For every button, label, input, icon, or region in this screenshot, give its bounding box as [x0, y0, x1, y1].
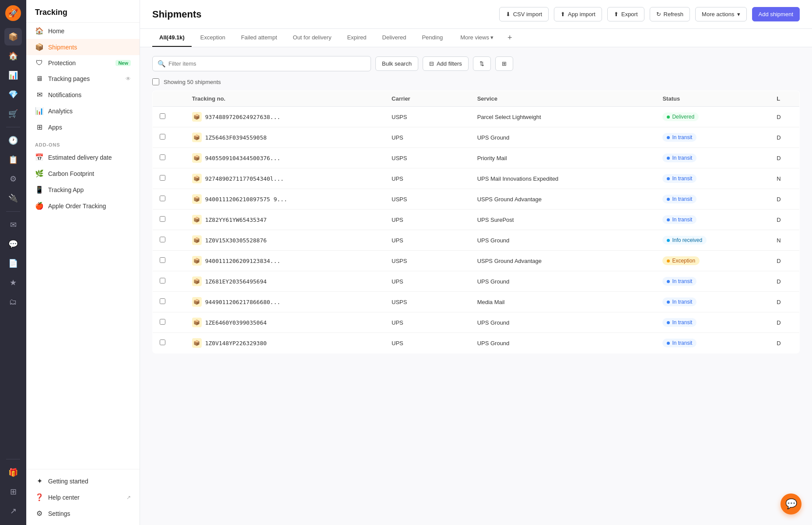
nav-item-tracking-pages[interactable]: 🖥 Tracking pages 👁 — [26, 71, 140, 87]
row-last-cell: D — [770, 148, 799, 168]
nav-item-carbon[interactable]: 🌿 Carbon Footprint — [26, 165, 140, 182]
status-dot — [667, 239, 670, 242]
csv-import-button[interactable]: ⬇ CSV import — [499, 7, 549, 21]
sidebar-icon-settings[interactable]: ⚙ — [4, 170, 22, 188]
sidebar-icon-star[interactable]: ★ — [4, 274, 22, 291]
sidebar-icon-history[interactable]: 🕐 — [4, 132, 22, 149]
row-checkbox-10[interactable] — [160, 319, 165, 325]
tracking-number[interactable]: 9274890271177054340l... — [205, 175, 284, 182]
status-dot — [667, 198, 670, 201]
nav-item-settings[interactable]: ⚙ Settings — [26, 505, 140, 522]
sidebar-icon-grid[interactable]: ⊞ — [4, 483, 22, 500]
tracking-number[interactable]: 9374889720624927638... — [205, 114, 280, 120]
row-checkbox-9[interactable] — [160, 298, 165, 304]
nav-item-apps[interactable]: ⊞ Apps — [26, 119, 140, 135]
search-input[interactable] — [152, 56, 371, 71]
tracking-number[interactable]: 1ZE6460Y0399035064 — [205, 319, 267, 326]
row-carrier-cell: USPS — [385, 251, 470, 271]
row-status-cell: In transit — [655, 312, 770, 333]
row-tracking-cell: 📦 1Z0V148YP226329380 — [185, 333, 385, 354]
shipments-table: Tracking no. Carrier Service Status L 📦 … — [152, 91, 800, 354]
row-checkbox-0[interactable] — [160, 113, 165, 119]
sidebar-icon-card[interactable]: 🗂 — [4, 293, 22, 311]
tracking-number[interactable]: 1Z82YY61YW65435347 — [205, 217, 267, 223]
row-checkbox-8[interactable] — [160, 278, 165, 284]
status-dot — [667, 342, 670, 345]
sort-button[interactable]: ⇅ — [473, 56, 491, 71]
tab-more-views[interactable]: More views ▾ — [453, 29, 500, 47]
tab-expired[interactable]: Expired — [340, 29, 373, 47]
refresh-button[interactable]: ↻ Refresh — [650, 7, 690, 21]
bulk-search-button[interactable]: Bulk search — [375, 56, 418, 71]
add-shipment-button[interactable]: Add shipment — [752, 7, 800, 21]
columns-button[interactable]: ⊞ — [495, 56, 513, 71]
row-checkbox-11[interactable] — [160, 340, 165, 345]
row-checkbox-3[interactable] — [160, 175, 165, 181]
export-icon: ⬆ — [614, 11, 619, 18]
tracking-number[interactable]: 9405509104344500376... — [205, 155, 280, 161]
row-tracking-cell: 📦 9400111206210897575 9... — [185, 189, 385, 210]
sidebar-icon-email[interactable]: ✉ — [4, 216, 22, 234]
status-badge: In transit — [662, 154, 696, 162]
add-tab-button[interactable]: + — [504, 30, 516, 46]
row-checkbox-6[interactable] — [160, 237, 165, 242]
row-checkbox-cell — [153, 189, 185, 210]
nav-item-home[interactable]: 🏠 Home — [26, 23, 140, 39]
nav-item-getting-started[interactable]: ✦ Getting started — [26, 473, 140, 489]
status-label: In transit — [672, 299, 692, 305]
tab-delivered[interactable]: Delivered — [375, 29, 413, 47]
tracking-number[interactable]: 1Z681EY20356495694 — [205, 278, 267, 285]
app-import-button[interactable]: ⬆ App import — [554, 7, 602, 21]
nav-item-protection[interactable]: 🛡 Protection New — [26, 55, 140, 71]
nav-item-apple-tracking[interactable]: 🍎 Apple Order Tracking — [26, 198, 140, 214]
sidebar-bottom: 🎁 ⊞ ↗ — [4, 456, 22, 520]
tab-failed-attempt[interactable]: Failed attempt — [234, 29, 284, 47]
showing-row: Showing 50 shipments — [152, 78, 800, 85]
row-checkbox-7[interactable] — [160, 257, 165, 263]
row-checkbox-2[interactable] — [160, 154, 165, 160]
tracking-number[interactable]: 1Z0V15X30305528876 — [205, 237, 267, 244]
sidebar-icon-chat[interactable]: 💬 — [4, 235, 22, 253]
more-actions-button[interactable]: More actions ▾ — [695, 7, 746, 21]
nav-item-tracking-app[interactable]: 📱 Tracking App — [26, 182, 140, 198]
export-button[interactable]: ⬆ Export — [607, 7, 644, 21]
row-service-cell: UPS Ground — [470, 127, 656, 148]
nav-item-edd[interactable]: 📅 Estimated delivery date — [26, 149, 140, 165]
tracking-number[interactable]: 9400111206210897575 9... — [205, 196, 287, 203]
sidebar-icon-expand[interactable]: ↗ — [4, 502, 22, 520]
tracking-number[interactable]: 1Z0V148YP226329380 — [205, 340, 267, 346]
tracking-number[interactable]: 9449011206217866680... — [205, 299, 280, 305]
tracking-number[interactable]: 9400111206209123834... — [205, 258, 280, 264]
tab-exception[interactable]: Exception — [193, 29, 232, 47]
tracking-icon: 📦 — [192, 174, 202, 183]
tracking-icon: 📦 — [192, 297, 202, 307]
nav-item-shipments[interactable]: 📦 Shipments — [26, 39, 140, 55]
sidebar-icon-gift[interactable]: 🎁 — [4, 464, 22, 481]
nav-item-notifications[interactable]: ✉ Notifications — [26, 87, 140, 103]
brand-logo[interactable]: 🚀 — [5, 5, 21, 21]
tab-out-for-delivery[interactable]: Out for delivery — [286, 29, 338, 47]
row-checkbox-cell — [153, 148, 185, 168]
sidebar-icon-integrations[interactable]: 💎 — [4, 86, 22, 103]
row-carrier-cell: UPS — [385, 271, 470, 292]
row-checkbox-cell — [153, 271, 185, 292]
nav-item-analytics[interactable]: 📊 Analytics — [26, 103, 140, 119]
select-all-checkbox[interactable] — [152, 78, 159, 85]
sidebar-icon-reports[interactable]: 📋 — [4, 151, 22, 168]
row-checkbox-1[interactable] — [160, 134, 165, 140]
tab-pending[interactable]: Pending — [415, 29, 450, 47]
row-checkbox-4[interactable] — [160, 196, 165, 201]
sidebar-icon-tracking[interactable]: 📦 — [4, 28, 22, 46]
tracking-icon: 📦 — [192, 153, 202, 163]
sidebar-icon-plugins[interactable]: 🔌 — [4, 189, 22, 207]
sidebar-icon-home[interactable]: 🏠 — [4, 47, 22, 65]
add-filters-button[interactable]: ⊟ Add filters — [423, 56, 469, 71]
nav-item-help-center[interactable]: ❓ Help center ↗ — [26, 489, 140, 505]
sidebar-icon-analytics[interactable]: 📊 — [4, 66, 22, 84]
row-checkbox-5[interactable] — [160, 216, 165, 222]
tab-all[interactable]: All(49.1k) — [152, 29, 192, 47]
chat-button[interactable]: 💬 — [780, 494, 802, 514]
tracking-number[interactable]: 1Z56463F0394559058 — [205, 134, 267, 141]
sidebar-icon-list[interactable]: 📄 — [4, 255, 22, 272]
sidebar-icon-orders[interactable]: 🛒 — [4, 105, 22, 122]
